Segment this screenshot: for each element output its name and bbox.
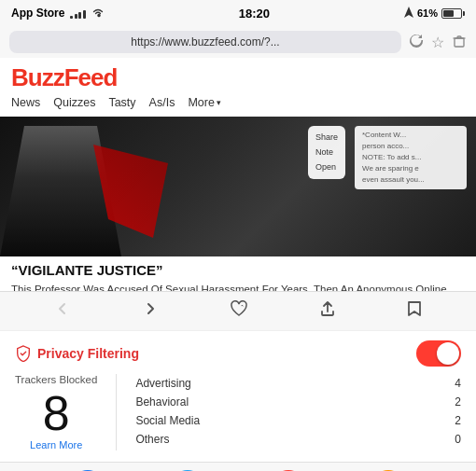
tracker-row: Advertising4	[135, 374, 461, 393]
privacy-toggle[interactable]	[416, 340, 461, 367]
bottom-icons-row: i	[0, 462, 476, 471]
privacy-title: Privacy Filtering	[15, 345, 139, 362]
status-bar: App Store 18:20 61%	[0, 0, 476, 26]
bookmark-button[interactable]	[401, 295, 427, 327]
trash-icon[interactable]	[452, 34, 467, 51]
trackers-left: Trackers Blocked 8 Learn More	[15, 374, 97, 450]
privacy-header: Privacy Filtering	[15, 340, 461, 367]
forward-button[interactable]	[136, 295, 164, 327]
nav-tasty[interactable]: Tasty	[108, 96, 135, 109]
share-button[interactable]	[314, 295, 342, 327]
address-bar: https://www.buzzfeed.com/?... ☆	[0, 26, 476, 58]
tracker-label: Others	[135, 433, 169, 446]
tracker-row: Others0	[135, 430, 461, 449]
status-time: 18:20	[239, 7, 270, 21]
article-headline: “VIGILANTE JUSTICE”	[11, 262, 465, 278]
svg-marker-0	[404, 7, 413, 18]
trackers-right: Advertising4Behavioral2Social Media2Othe…	[135, 374, 461, 449]
browser-toolbar	[0, 291, 476, 330]
signal-icon	[70, 7, 86, 19]
tracker-label: Advertising	[135, 377, 190, 390]
trackers-count: 8	[43, 389, 70, 437]
buzzfeed-nav: News Quizzes Tasty As/Is More ▾	[11, 92, 465, 113]
action-menu: Share Note Open	[308, 126, 345, 179]
status-right: 61%	[404, 7, 465, 21]
status-left: App Store	[11, 7, 105, 21]
tracker-count: 4	[455, 377, 461, 390]
tracker-row: Behavioral2	[135, 393, 461, 411]
reload-icon[interactable]	[409, 33, 424, 51]
browser-content: BuzzFeed News Quizzes Tasty As/Is More ▾…	[0, 58, 476, 291]
nav-more[interactable]: More ▾	[188, 96, 220, 109]
action-open[interactable]: Open	[315, 159, 338, 174]
nav-asis[interactable]: As/Is	[149, 96, 175, 109]
tracker-label: Behavioral	[135, 395, 189, 409]
app-store-label: App Store	[11, 7, 64, 20]
battery-percent: 61%	[417, 7, 438, 19]
action-note[interactable]: Note	[315, 145, 338, 159]
hero-overlay-card: *Content W...person acco...NOTE: To add …	[355, 126, 467, 189]
buzzfeed-header: BuzzFeed News Quizzes Tasty As/Is More ▾	[0, 58, 476, 117]
action-share[interactable]: Share	[315, 130, 338, 145]
bookmark-icon[interactable]: ☆	[431, 34, 444, 51]
article-section: “VIGILANTE JUSTICE” This Professor Was A…	[0, 256, 476, 291]
article-body: This Professor Was Accused Of Sexual Har…	[11, 282, 465, 291]
tracker-count: 2	[455, 414, 461, 427]
privacy-panel: Privacy Filtering Trackers Blocked 8 Lea…	[0, 330, 476, 458]
heart-button[interactable]	[224, 295, 254, 327]
tracker-label: Social Media	[135, 414, 200, 427]
nav-news[interactable]: News	[11, 96, 40, 109]
svg-rect-1	[455, 38, 464, 47]
shield-icon	[15, 345, 32, 362]
tracker-row: Social Media2	[135, 411, 461, 430]
wifi-icon	[91, 7, 105, 21]
learn-more-link[interactable]: Learn More	[30, 439, 82, 450]
tracker-count: 2	[455, 395, 461, 409]
url-field[interactable]: https://www.buzzfeed.com/?...	[9, 31, 401, 53]
chevron-down-icon: ▾	[217, 98, 221, 107]
hero-image: Share Note Open *Content W...person acco…	[0, 117, 476, 256]
trackers-divider	[116, 374, 117, 450]
gps-icon	[404, 7, 413, 21]
buzzfeed-logo: BuzzFeed	[11, 63, 465, 92]
trackers-section: Trackers Blocked 8 Learn More Advertisin…	[15, 374, 461, 450]
nav-quizzes[interactable]: Quizzes	[53, 96, 95, 109]
tracker-count: 0	[455, 433, 461, 446]
toggle-knob	[437, 342, 459, 365]
trackers-label: Trackers Blocked	[15, 374, 97, 385]
back-button[interactable]	[49, 295, 77, 327]
battery-icon	[441, 8, 465, 19]
